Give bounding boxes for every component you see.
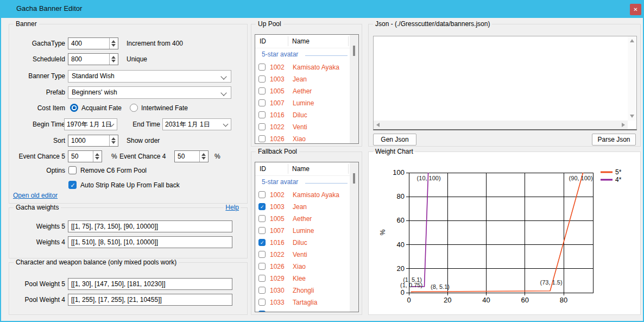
item-checkbox[interactable] xyxy=(258,75,266,83)
list-item-1003[interactable]: 1003Jean xyxy=(255,201,350,213)
remove-c6-checkbox[interactable] xyxy=(68,166,77,174)
list-item-1029[interactable]: 1029Klee xyxy=(255,273,350,285)
column-header-name[interactable]: Name xyxy=(292,37,310,45)
event-chance4-spinner[interactable]: 50 xyxy=(174,150,209,162)
scroll-up-icon[interactable] xyxy=(630,39,634,42)
pool-weight4-input[interactable]: [[1, 255], [17, 255], [21, 10455]] xyxy=(68,294,232,306)
spin-down-icon[interactable] xyxy=(111,60,116,62)
list-item-1002[interactable]: 1002Kamisato Ayaka xyxy=(255,189,350,201)
scroll-right-icon[interactable] xyxy=(622,123,625,127)
up-pool-list[interactable]: IDName5-star avatar1002Kamisato Ayaka100… xyxy=(255,34,359,144)
scroll-down-icon[interactable] xyxy=(630,115,634,118)
item-checkbox[interactable] xyxy=(258,299,266,306)
open-old-editor-link[interactable]: Open old editor xyxy=(13,192,58,199)
spin-up-icon[interactable] xyxy=(95,153,99,156)
list-item-1033[interactable]: 1033Tartaglia xyxy=(255,296,350,308)
end-time-picker[interactable]: 2031年 1月 1日 xyxy=(162,118,231,130)
sort-spinner[interactable]: 1000 xyxy=(68,135,118,147)
list-item-1030[interactable]: 1030Zhongli xyxy=(255,285,350,296)
item-checkbox[interactable] xyxy=(258,227,266,234)
column-header-id[interactable]: ID xyxy=(260,37,266,45)
banner-type-select[interactable]: Standard Wish xyxy=(68,70,231,83)
weights5-value: [[1, 75], [73, 150], [90, 10000]] xyxy=(71,221,158,232)
auto-strip-checkbox[interactable] xyxy=(68,181,77,189)
pool-weight5-input[interactable]: [[1, 30], [147, 150], [181, 10230]] xyxy=(68,278,232,290)
weights5-input[interactable]: [[1, 75], [73, 150], [90, 10000]] xyxy=(68,220,232,232)
event-chance5-arrows[interactable] xyxy=(93,151,102,162)
spin-down-icon[interactable] xyxy=(201,157,206,160)
item-name: Diluc xyxy=(293,111,307,119)
vertical-scrollbar[interactable] xyxy=(628,36,636,121)
item-id: 1016 xyxy=(270,111,285,119)
list-item-1003[interactable]: 1003Jean xyxy=(255,73,350,85)
item-checkbox[interactable] xyxy=(258,64,266,71)
list-item-1022[interactable]: 1022Venti xyxy=(255,249,350,261)
scrollbar-thumb[interactable] xyxy=(353,46,355,56)
list-item-1005[interactable]: 1005Aether xyxy=(255,213,350,225)
list-item-1002[interactable]: 1002Kamisato Ayaka xyxy=(255,61,350,73)
item-checkbox[interactable] xyxy=(258,111,266,118)
horizontal-scrollbar[interactable] xyxy=(374,121,628,129)
scrollbar-thumb[interactable] xyxy=(353,173,355,184)
list-item-1026[interactable]: 1026Xiao xyxy=(255,261,350,273)
item-checkbox[interactable] xyxy=(258,203,266,210)
list-item-1007[interactable]: 1007Lumine xyxy=(255,97,350,109)
item-checkbox[interactable] xyxy=(258,191,266,198)
list-scrollbar[interactable] xyxy=(350,162,358,312)
item-checkbox[interactable] xyxy=(258,99,266,106)
item-id: 1030 xyxy=(270,287,285,294)
spin-up-icon[interactable] xyxy=(111,137,116,140)
title-bar[interactable]: Gacha Banner Editor ✕ xyxy=(0,0,644,18)
list-item-1016[interactable]: 1016Diluc xyxy=(255,237,350,249)
list-header: IDName xyxy=(255,35,350,48)
item-checkbox[interactable] xyxy=(258,135,266,142)
acquaint-fate-radio[interactable] xyxy=(70,104,78,112)
column-header-id[interactable]: ID xyxy=(260,165,266,173)
help-link[interactable]: Help xyxy=(224,204,241,211)
prefab-select[interactable]: Beginners' wish xyxy=(68,86,231,99)
list-item-1022[interactable]: 1022Venti xyxy=(255,121,350,133)
weights5-label: Weights 5 xyxy=(9,220,65,232)
gachatype-spinner-arrows[interactable] xyxy=(109,38,118,49)
item-checkbox[interactable] xyxy=(258,239,266,246)
gen-json-button[interactable]: Gen Json xyxy=(373,134,416,146)
list-item-1026[interactable]: 1026Xiao xyxy=(255,133,350,144)
item-checkbox[interactable] xyxy=(258,215,266,222)
spin-down-icon[interactable] xyxy=(111,44,116,47)
begin-time-label: Begin Time xyxy=(9,118,65,130)
parse-json-button[interactable]: Parse Json xyxy=(592,134,636,146)
list-item-1007[interactable]: 1007Lumine xyxy=(255,225,350,237)
gachatype-spinner[interactable]: 400 xyxy=(68,37,118,49)
list-item-1035[interactable]: 1035Qiqi xyxy=(255,308,350,312)
spin-up-icon[interactable] xyxy=(111,40,116,43)
event-chance5-spinner[interactable]: 50 xyxy=(68,150,102,162)
spin-up-icon[interactable] xyxy=(111,56,116,59)
item-checkbox[interactable] xyxy=(258,251,266,258)
scroll-left-icon[interactable] xyxy=(376,123,380,127)
item-checkbox[interactable] xyxy=(258,87,266,94)
intertwined-fate-radio[interactable] xyxy=(130,104,138,112)
item-checkbox[interactable] xyxy=(258,275,266,282)
spin-down-icon[interactable] xyxy=(95,157,99,160)
fallback-pool-list[interactable]: IDName5-star avatar1002Kamisato Ayaka100… xyxy=(255,162,359,312)
list-scrollbar[interactable] xyxy=(350,35,358,143)
item-checkbox[interactable] xyxy=(258,287,266,294)
item-checkbox[interactable] xyxy=(258,263,266,270)
sort-spinner-arrows[interactable] xyxy=(109,135,118,146)
spin-up-icon[interactable] xyxy=(201,153,206,156)
weights4-input[interactable]: [[1, 510], [8, 510], [10, 10000]] xyxy=(68,236,232,248)
sort-label: Sort xyxy=(9,135,65,147)
scheduleid-spinner-arrows[interactable] xyxy=(109,54,118,65)
scheduleid-spinner[interactable]: 800 xyxy=(68,53,118,65)
list-item-1016[interactable]: 1016Diluc xyxy=(255,109,350,121)
json-textarea[interactable] xyxy=(373,36,637,130)
event-chance4-arrows[interactable] xyxy=(199,151,208,162)
begin-time-picker[interactable]: 1970年 1月 1日 xyxy=(64,118,117,130)
spin-down-icon[interactable] xyxy=(111,141,116,144)
item-checkbox[interactable] xyxy=(258,123,266,130)
column-header-name[interactable]: Name xyxy=(292,165,310,173)
item-checkbox[interactable] xyxy=(258,311,266,312)
close-button[interactable]: ✕ xyxy=(630,4,641,15)
json-content[interactable] xyxy=(376,37,626,118)
list-item-1005[interactable]: 1005Aether xyxy=(255,85,350,97)
